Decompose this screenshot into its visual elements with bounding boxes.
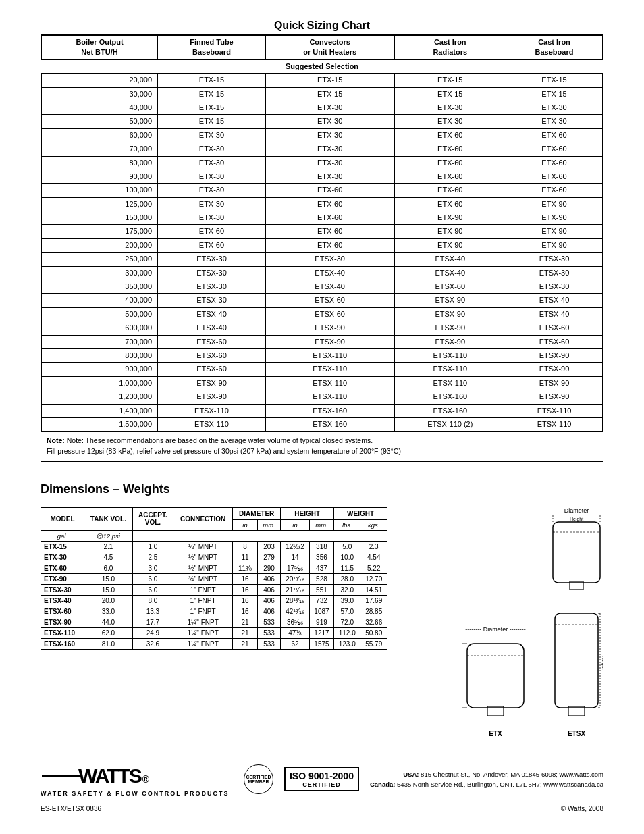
dim-model: ETX-60 [41,563,84,573]
c4-cell: ETX-90 [394,211,506,225]
dim-tank: 15.0 [84,584,132,595]
btu-cell: 20,000 [42,74,158,87]
dim-w-kgs: 4.54 [360,552,387,563]
dim-tank: 6.0 [84,563,132,573]
dim-col-connection: CONNECTION [173,507,232,530]
c2-cell: ETSX-60 [158,335,266,348]
btu-cell: 90,000 [42,170,158,183]
sizing-row: 1,200,000 ETSX-90 ETSX-110 ETSX-160 ETSX… [42,390,603,404]
sizing-row: 350,000 ETSX-30 ETSX-40 ETSX-60 ETSX-30 [42,280,603,294]
btu-cell: 150,000 [42,211,158,225]
dim-w-lbs: 57.0 [334,606,360,617]
c4-cell: ETSX-60 [394,280,506,294]
c3-cell: ETX-30 [265,170,394,183]
diameter-top-label: ---- Diameter ---- [554,507,599,514]
c3-cell: ETSX-110 [265,348,394,362]
dim-w-lbs: 28.0 [334,573,360,584]
footer-top: ⸻⸻WATTS ® Water Safety & Flow Control Pr… [41,764,603,797]
c3-cell: ETX-30 [265,128,394,142]
dim-model: ETSX-90 [41,617,84,627]
dim-diam-mm: 533 [257,617,280,627]
c4-cell: ETSX-110 [394,376,506,390]
c4-cell: ETSX-110 (2) [394,417,506,431]
dim-conn: 1" FNPT [173,584,232,595]
btu-cell: 40,000 [42,101,158,114]
dim-w-lbs: 32.0 [334,584,360,595]
dimensions-title: Dimensions – Weights [41,482,603,496]
c4-cell: ETX-60 [394,197,506,211]
c2-cell: ETSX-90 [158,376,266,390]
c5-cell: ETSX-110 [506,404,603,417]
sizing-row: 250,000 ETSX-30 ETSX-30 ETSX-40 ETSX-30 [42,253,603,266]
dim-tank: 2.1 [84,541,132,552]
c4-cell: ETX-60 [394,142,506,156]
dim-accept: 24.9 [132,627,173,638]
dim-w-lbs: 39.0 [334,595,360,606]
dim-w-kgs: 2.3 [360,541,387,552]
c5-cell: ETX-60 [506,142,603,156]
dim-w-kgs: 14.51 [360,584,387,595]
etsx-top-diagram: Height [549,515,603,596]
suggested-selection-label: Suggested Selection [42,59,603,73]
c2-cell: ETSX-90 [158,390,266,404]
chart-title: Quick Sizing Chart [41,14,603,35]
dim-row: ETSX-40 20.0 8.0 1" FNPT 16 406 28¹³⁄₁₆ … [41,595,387,606]
sizing-row: 1,400,000 ETSX-110 ETSX-160 ETSX-160 ETS… [42,404,603,417]
c3-cell: ETSX-90 [265,321,394,335]
dim-w-lbs: 123.0 [334,638,360,649]
btu-cell: 900,000 [42,363,158,376]
dim-diam-in: 21 [233,617,258,627]
sizing-row: 300,000 ETSX-30 ETSX-40 ETSX-40 ETSX-30 [42,266,603,280]
c3-cell: ETSX-90 [265,335,394,348]
c3-cell: ETX-60 [265,211,394,225]
iso-box: ISO 9001-2000 CERTIFIED [284,767,359,791]
dim-tank: 20.0 [84,595,132,606]
sizing-row: 400,000 ETSX-30 ETSX-60 ETSX-90 ETSX-40 [42,294,603,307]
etx-diameter-label: -------- Diameter -------- [465,626,525,633]
btu-cell: 80,000 [42,156,158,170]
iso-number: ISO 9001-2000 [290,771,354,781]
c5-cell: ETSX-90 [506,376,603,390]
c4-cell: ETX-30 [394,101,506,114]
dim-h-in: 47⅞ [281,627,310,638]
dim-h-in: 28¹³⁄₁₆ [281,595,310,606]
footer-bottom: ES-ETX/ETSX 0836 © Watts, 2008 [41,802,603,812]
dim-h-mm: 356 [309,552,333,563]
dim-diam-in: 11³⁄₈ [233,563,258,573]
dim-h-in: 12½/2 [281,541,310,552]
footer-addresses: USA: 815 Chestnut St., No. Andover, MA 0… [370,769,603,789]
c3-cell: ETX-60 [265,197,394,211]
c5-cell: ETSX-60 [506,321,603,335]
dim-diam-mm: 533 [257,627,280,638]
c4-cell: ETX-90 [394,238,506,252]
diagrams-section: ---- Diameter ---- Height -------- Diame… [401,507,603,737]
c2-cell: ETSX-30 [158,253,266,266]
tank-unit: gal. [41,530,84,541]
c4-cell: ETSX-160 [394,390,506,404]
btu-cell: 1,000,000 [42,376,158,390]
c4-cell: ETX-60 [394,128,506,142]
c4-cell: ETSX-90 [394,321,506,335]
sizing-row: 800,000 ETSX-60 ETSX-110 ETSX-110 ETSX-9… [42,348,603,362]
btu-cell: 500,000 [42,307,158,321]
note2: Fill pressure 12psi (83 kPa), relief val… [47,446,597,457]
etx-diagram-item: -------- Diameter -------- Height ETX [462,626,529,737]
c4-cell: ETX-60 [394,170,506,183]
sizing-row: 60,000 ETX-30 ETX-30 ETX-60 ETX-60 [42,128,603,142]
dim-h-mm: 551 [309,584,333,595]
diam-mm-label: mm. [257,519,280,530]
btu-cell: 50,000 [42,115,158,128]
c2-cell: ETSX-60 [158,363,266,376]
sizing-row: 30,000 ETX-15 ETX-15 ETX-15 ETX-15 [42,87,603,101]
svg-rect-13 [555,613,598,708]
w-lbs-label: lbs. [334,519,360,530]
dim-diam-mm: 406 [257,606,280,617]
logo-registered: ® [142,774,149,785]
c3-cell: ETSX-160 [265,417,394,431]
dim-model: ETX-30 [41,552,84,563]
c3-cell: ETX-60 [265,184,394,197]
dim-diam-mm: 406 [257,595,280,606]
sizing-row: 90,000 ETX-30 ETX-30 ETX-60 ETX-60 [42,170,603,183]
dim-col-diameter: DIAMETER [233,507,281,519]
dim-w-kgs: 32.66 [360,617,387,627]
